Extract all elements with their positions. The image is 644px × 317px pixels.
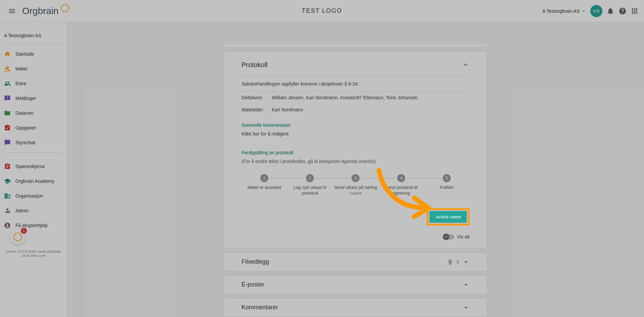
end-meeting-button[interactable]: Avslutt møtet <box>429 211 467 223</box>
previous-card-stub <box>224 44 487 48</box>
leader-label: Møteleder: <box>241 107 272 112</box>
logo: Orgbrain <box>22 3 70 19</box>
comments-card[interactable]: Kommentarer <box>224 298 487 317</box>
help-icon <box>4 222 11 229</box>
leader-row: Møteleder: Kari Nordmann <box>241 104 470 116</box>
sidebar-item-admin[interactable]: Admin <box>0 203 67 218</box>
attachments-title: Filvedlegg <box>241 258 269 265</box>
sidebar-item-meldinger[interactable]: Meldinger <box>0 91 67 106</box>
sidebar-item-sp-rreskjema[interactable]: Spørreskjema <box>0 159 67 174</box>
minus-icon <box>444 234 448 239</box>
app-header: Orgbrain TEST LOGO A Testorgbrain AS KN <box>0 0 644 22</box>
attachment-icon <box>447 259 453 265</box>
home-icon <box>4 51 11 57</box>
comments-editable[interactable]: Klikk her for å redigere <box>241 131 470 137</box>
chevron-down-icon <box>581 8 586 14</box>
menu-button[interactable] <box>5 4 19 18</box>
step-label: Send utkast på høring <box>333 185 378 191</box>
avatar[interactable]: KN <box>590 5 602 17</box>
finalize-note: (For å endre tekst i protokollen, gå til… <box>241 159 470 164</box>
divider <box>4 44 63 44</box>
step-circle: 5 <box>443 174 451 182</box>
sidebar-item-label: Eiere <box>15 81 26 86</box>
show-all-toggle[interactable] <box>443 234 454 240</box>
step-1: 1Møtet er avsluttet <box>241 174 287 191</box>
step-label: Fullført <box>424 185 470 191</box>
toggle-knob <box>443 233 449 240</box>
logo-text: Orgbrain <box>22 6 59 16</box>
main-content: Protokoll Saksbehandlingen oppfyller kra… <box>67 44 644 317</box>
step-sublabel: Valgfritt <box>333 191 378 195</box>
sidebar-item-label: Møter <box>15 66 28 71</box>
bell-icon[interactable] <box>606 7 614 15</box>
participants-label: Deltakere: <box>241 95 272 100</box>
divider <box>4 153 63 153</box>
sidebar-item-orgbrain-academy[interactable]: Orgbrain Academy <box>0 174 67 189</box>
chevron-up-icon[interactable] <box>462 61 470 69</box>
org-dropdown[interactable]: A Testorgbrain AS <box>542 8 586 14</box>
attachments-count: 3 <box>457 259 459 264</box>
step-3: 3Send utkast på høringValgfritt <box>333 174 378 195</box>
help-icon[interactable] <box>619 7 627 15</box>
sidebar-item-label: Meldinger <box>15 96 36 101</box>
sidebar-item-startside[interactable]: Startside <box>0 47 67 61</box>
hamburger-icon <box>8 7 16 15</box>
step-4: 4Send protokoll til signering <box>378 174 424 196</box>
page-title: TEST LOGO <box>302 7 342 14</box>
sidebar-item-label: Styrechat <box>15 140 35 145</box>
sidebar-item-label: Admin <box>15 208 29 213</box>
step-2: 2Lag nytt utkast til protokoll <box>287 174 333 196</box>
admin-icon <box>4 207 11 214</box>
people-icon <box>4 80 11 87</box>
support-fab[interactable]: 5 <box>10 229 25 245</box>
emails-title: E-poster <box>241 281 264 288</box>
fab-badge: 5 <box>21 228 27 234</box>
logo-icon <box>60 3 70 13</box>
sidebar-item-label: Få eksperthjelp <box>15 223 48 228</box>
step-circle: 1 <box>260 174 268 182</box>
apps-icon[interactable] <box>631 7 639 15</box>
card-title: Protokoll <box>241 61 268 69</box>
toggle-row: Vis alt <box>241 234 470 240</box>
folder-icon <box>4 110 11 116</box>
sidebar-item-oppgaver[interactable]: Oppgaver <box>0 120 67 135</box>
attachments-card[interactable]: Filvedlegg 3 <box>224 253 487 271</box>
step-circle: 4 <box>397 174 405 182</box>
announcement-icon <box>4 95 11 102</box>
participants-value: William Jensen, Kari Nordmann, Investor8… <box>272 95 418 100</box>
sidebar-item-organisasjon[interactable]: Organisasjon <box>0 189 67 203</box>
toggle-label: Vis alt <box>457 234 470 240</box>
sidebar-item-label: Organisasjon <box>15 193 43 199</box>
emails-card[interactable]: E-poster <box>224 275 487 294</box>
comments-card-title: Kommentarer <box>241 304 278 311</box>
sidebar-item-m-ter[interactable]: Møter <box>0 61 67 76</box>
compliance-text: Saksbehandlingen oppfyller kravene i aks… <box>241 81 470 92</box>
version-info: Version: 37.3.37 Build: master,(aa225db)… <box>0 250 67 258</box>
org-dropdown-label: A Testorgbrain AS <box>542 8 580 14</box>
step-circle: 3 <box>352 174 360 182</box>
version-line1: Version: 37.3.37 Build: master,(aa225db) <box>0 250 67 254</box>
step-circle: 2 <box>306 174 314 182</box>
sidebar-item-label: Orgbrain Academy <box>15 178 54 184</box>
finalize-heading: Ferdigstilling av protokoll <box>241 150 470 155</box>
stepper: 1Møtet er avsluttet2Lag nytt utkast til … <box>241 174 470 196</box>
sidebar-item-f-eksperthjelp[interactable]: Få eksperthjelp <box>0 218 67 233</box>
chevron-down-icon <box>462 304 470 311</box>
header-right: A Testorgbrain AS KN <box>542 5 639 17</box>
step-label: Lag nytt utkast til protokoll <box>287 185 333 196</box>
highlight-annotation: Avslutt møtet <box>427 208 470 225</box>
comments-heading: Generelle kommentarer <box>241 122 470 128</box>
step-label: Møtet er avsluttet <box>241 185 287 191</box>
chevron-down-icon <box>462 281 470 288</box>
sidebar-item-label: Spørreskjema <box>15 164 45 169</box>
version-line2: 23-01-2024 11:48 <box>0 254 67 258</box>
gavel-icon <box>4 65 11 72</box>
sidebar-item-styrechat[interactable]: Styrechat <box>0 135 67 150</box>
step-label: Send protokoll til signering <box>378 185 424 196</box>
clipboard-icon <box>4 163 11 170</box>
sidebar-item-label: Datarom <box>15 110 34 116</box>
sidebar-item-datarom[interactable]: Datarom <box>0 106 67 120</box>
sidebar: A Testorgbrain AS StartsideMøterEiereMel… <box>0 22 67 317</box>
sidebar-item-eiere[interactable]: Eiere <box>0 76 67 91</box>
sidebar-org-title: A Testorgbrain AS <box>0 28 67 44</box>
